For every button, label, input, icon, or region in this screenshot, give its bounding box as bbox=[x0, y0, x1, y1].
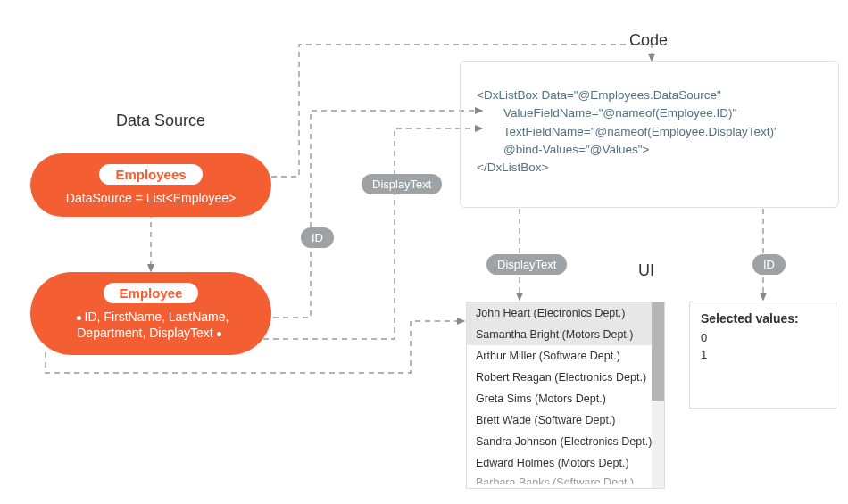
code-line-5: </DxListBox> bbox=[477, 159, 827, 177]
bubble-employee: Employee ID, FirstName, LastName, Depart… bbox=[30, 272, 271, 355]
listbox[interactable]: John Heart (Electronics Dept.) Samantha … bbox=[466, 302, 665, 489]
code-panel: <DxListBox Data="@Employees.DataSource" … bbox=[460, 61, 839, 208]
tag-displaytext-lower: DisplayText bbox=[486, 254, 567, 275]
list-item[interactable]: Samantha Bright (Motors Dept.) bbox=[467, 324, 664, 345]
code-line-3: TextFieldName="@nameof(Employee.DisplayT… bbox=[477, 123, 827, 141]
employee-fields-line2: Department, DisplayText bbox=[77, 326, 213, 340]
employee-fields-line1: ID, FirstName, LastName, bbox=[85, 310, 229, 324]
list-item[interactable]: Brett Wade (Software Dept.) bbox=[467, 409, 664, 431]
list-item[interactable]: Edward Holmes (Motors Dept.) bbox=[467, 452, 664, 474]
employee-pill: Employee bbox=[104, 283, 199, 303]
selected-values-header: Selected values: bbox=[701, 311, 825, 326]
list-item[interactable]: Arthur Miller (Software Dept.) bbox=[467, 345, 664, 367]
list-item[interactable]: Greta Sims (Motors Dept.) bbox=[467, 388, 664, 409]
scrollbar-thumb[interactable] bbox=[652, 302, 664, 401]
employees-pill: Employees bbox=[99, 164, 202, 185]
bullet-icon bbox=[217, 332, 221, 336]
employees-subtext: DataSource = List<Employee> bbox=[30, 190, 271, 206]
selected-value: 1 bbox=[701, 348, 825, 361]
tag-id-lower: ID bbox=[752, 254, 786, 275]
code-line-2: ValueFieldName="@nameof(Employee.ID)" bbox=[477, 104, 827, 122]
employee-fields: ID, FirstName, LastName, Department, Dis… bbox=[43, 309, 259, 341]
section-title-datasource: Data Source bbox=[116, 112, 205, 130]
code-line-4: @bind-Values="@Values"> bbox=[477, 141, 827, 159]
selected-value: 0 bbox=[701, 331, 825, 344]
bubble-employees: Employees DataSource = List<Employee> bbox=[30, 153, 271, 217]
list-item[interactable]: Robert Reagan (Electronics Dept.) bbox=[467, 367, 664, 388]
section-title-ui: UI bbox=[638, 261, 654, 280]
code-line-1: <DxListBox Data="@Employees.DataSource" bbox=[477, 87, 827, 104]
selected-values-panel: Selected values: 0 1 bbox=[689, 302, 836, 409]
tag-displaytext-upper: DisplayText bbox=[362, 174, 442, 194]
list-item[interactable]: John Heart (Electronics Dept.) bbox=[467, 302, 664, 324]
tag-id-upper: ID bbox=[301, 227, 334, 248]
bullet-icon bbox=[77, 316, 81, 320]
section-title-code: Code bbox=[629, 31, 668, 50]
list-item[interactable]: Sandra Johnson (Electronics Dept.) bbox=[467, 431, 664, 452]
list-item[interactable]: Barbara Banks (Software Dept.) bbox=[467, 474, 664, 484]
scrollbar[interactable] bbox=[652, 302, 664, 488]
